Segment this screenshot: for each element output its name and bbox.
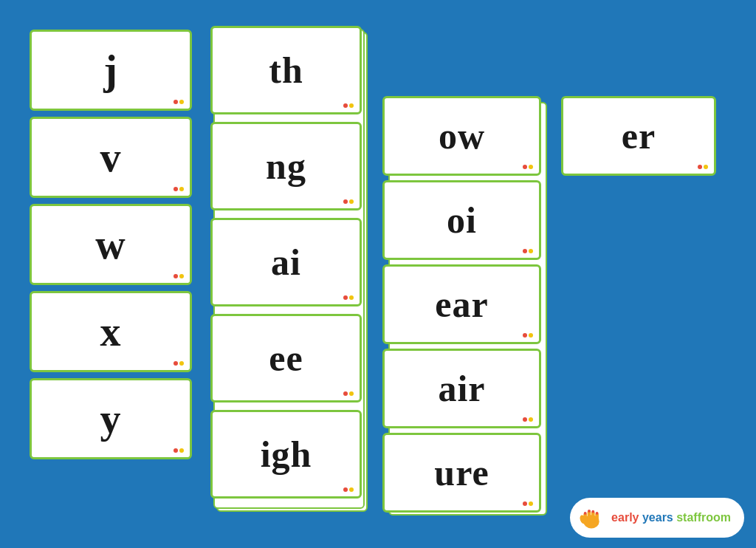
svg-point-7 xyxy=(588,510,591,513)
dot-yellow xyxy=(529,165,533,169)
svg-point-9 xyxy=(596,512,599,515)
card-logo xyxy=(523,165,533,169)
dot-yellow xyxy=(179,100,184,104)
brand-text: early years staffroom xyxy=(611,511,731,524)
dot-red xyxy=(698,165,702,169)
svg-point-8 xyxy=(591,510,594,513)
dot-yellow xyxy=(179,361,184,366)
dot-yellow xyxy=(529,501,533,506)
card-y-text: y xyxy=(100,395,122,442)
page-content: j v w x xyxy=(0,0,756,548)
card-ee-text: ee xyxy=(269,337,303,380)
card-logo xyxy=(343,391,354,396)
dot-yellow xyxy=(179,274,184,278)
card-v[interactable]: v xyxy=(30,117,192,198)
card-x-text: x xyxy=(100,308,122,355)
dot-red xyxy=(173,187,178,191)
card-logo xyxy=(343,103,354,108)
card-y[interactable]: y xyxy=(30,378,192,459)
dot-yellow xyxy=(704,165,708,169)
dot-yellow xyxy=(179,448,184,453)
dot-yellow xyxy=(179,187,184,191)
dot-red xyxy=(343,487,348,492)
card-w[interactable]: w xyxy=(30,204,192,285)
card-ai[interactable]: ai xyxy=(210,218,362,306)
dot-red xyxy=(173,361,178,366)
dot-red xyxy=(173,100,178,104)
card-logo xyxy=(343,199,354,204)
card-v-text: v xyxy=(100,134,122,181)
dot-red xyxy=(343,103,348,108)
dot-yellow xyxy=(529,333,533,338)
card-logo xyxy=(173,361,184,366)
card-air[interactable]: air xyxy=(382,349,541,428)
brand-badge: early years staffroom xyxy=(570,498,744,538)
card-th[interactable]: th xyxy=(210,26,362,114)
card-er-text: er xyxy=(622,114,656,157)
card-logo xyxy=(173,100,184,104)
dot-yellow xyxy=(349,199,354,204)
card-ng[interactable]: ng xyxy=(210,122,362,210)
card-x[interactable]: x xyxy=(30,291,192,372)
brand-early: early xyxy=(611,511,639,524)
card-logo xyxy=(698,165,708,169)
dot-yellow xyxy=(529,249,533,253)
dot-red xyxy=(523,501,527,506)
card-th-text: th xyxy=(269,49,303,92)
dot-red xyxy=(343,391,348,396)
svg-point-6 xyxy=(584,512,587,515)
card-logo xyxy=(343,295,354,300)
column-2: th ng ai ee xyxy=(210,26,362,506)
card-logo xyxy=(173,274,184,278)
dot-red xyxy=(523,165,527,169)
dot-red xyxy=(523,417,527,422)
dot-yellow xyxy=(349,103,354,108)
dot-yellow xyxy=(529,417,533,422)
card-ow-text: ow xyxy=(439,114,485,157)
dot-yellow xyxy=(349,391,354,396)
card-j-text: j xyxy=(103,47,118,94)
card-ng-text: ng xyxy=(266,145,306,188)
dot-yellow xyxy=(349,295,354,300)
brand-hand-icon xyxy=(577,504,605,532)
brand-staffroom: staffroom xyxy=(676,511,731,524)
card-oi[interactable]: oi xyxy=(382,180,541,260)
card-igh-text: igh xyxy=(261,433,312,476)
dot-red xyxy=(343,295,348,300)
card-logo xyxy=(523,501,533,506)
card-logo xyxy=(523,249,533,253)
card-er[interactable]: er xyxy=(561,96,716,176)
card-ure[interactable]: ure xyxy=(382,433,541,513)
dot-red xyxy=(523,333,527,338)
card-logo xyxy=(173,187,184,191)
column-3: ow oi ear air xyxy=(382,96,541,517)
card-ear-text: ear xyxy=(435,283,488,326)
dot-red xyxy=(343,199,348,204)
dot-red xyxy=(173,274,178,278)
card-logo xyxy=(523,333,533,338)
card-ear[interactable]: ear xyxy=(382,264,541,344)
card-ee[interactable]: ee xyxy=(210,314,362,403)
card-ai-text: ai xyxy=(271,241,301,284)
card-ure-text: ure xyxy=(434,451,489,494)
dot-yellow xyxy=(349,487,354,492)
card-logo xyxy=(343,487,354,492)
card-logo xyxy=(173,448,184,453)
brand-years: years xyxy=(642,511,673,524)
dot-red xyxy=(523,249,527,253)
card-j[interactable]: j xyxy=(30,30,192,111)
dot-red xyxy=(173,448,178,453)
column-4: er xyxy=(561,96,716,176)
card-oi-text: oi xyxy=(447,199,477,242)
card-logo xyxy=(523,417,533,422)
card-ow[interactable]: ow xyxy=(382,96,541,176)
column-1: j v w x xyxy=(30,30,192,465)
card-air-text: air xyxy=(438,367,485,410)
card-w-text: w xyxy=(95,221,126,268)
card-igh[interactable]: igh xyxy=(210,410,362,499)
